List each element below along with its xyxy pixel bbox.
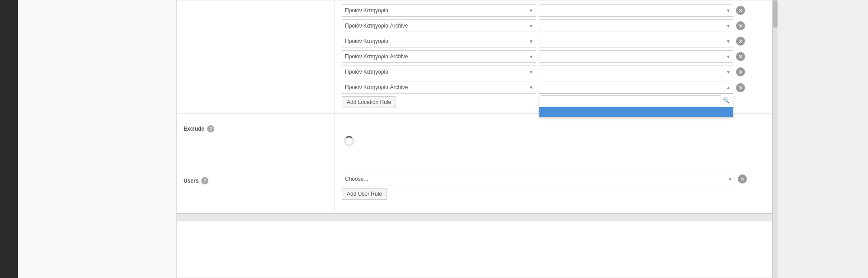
rule-right-select-2[interactable]	[539, 19, 733, 32]
exclude-content-area	[335, 114, 772, 168]
rule-left-select-4[interactable]: Προϊόν Κατηγορία Archive	[342, 50, 536, 63]
rule-right-select-wrapper-4: ▼	[539, 50, 733, 63]
add-location-rule-button[interactable]: Add Location Rule	[342, 96, 396, 108]
users-select-wrapper: Choose... ▼	[342, 173, 735, 185]
main-content: Προϊόν Κατηγορία ▼ ▼ ✕	[176, 0, 772, 278]
right-sidebar	[778, 0, 868, 278]
add-user-rule-button[interactable]: Add User Rule	[342, 188, 387, 200]
rule-left-select-6[interactable]: Προϊόν Κατηγορία Archive	[342, 81, 536, 94]
location-section: Προϊόν Κατηγορία ▼ ▼ ✕	[177, 0, 772, 114]
rule-right-select-4[interactable]	[539, 50, 733, 63]
rule-left-select-wrapper-4: Προϊόν Κατηγορία Archive ▼	[342, 50, 536, 63]
dropdown-search-row-6: 🔍	[539, 94, 733, 107]
scrollbar[interactable]	[772, 0, 778, 278]
rule-left-select-2[interactable]: Προϊόν Κατηγορία Archive	[342, 19, 536, 32]
location-rule-row-3: Προϊόν Κατηγορία ▼ ▼ ✕	[342, 35, 765, 47]
search-icon-6: 🔍	[721, 97, 731, 104]
dropdown-trigger-6[interactable]: ▲	[539, 81, 733, 94]
users-label: Users	[184, 178, 198, 184]
rule-right-select-5[interactable]	[539, 66, 733, 78]
exclude-label: Exclude	[184, 126, 204, 132]
rule-left-select-wrapper-3: Προϊόν Κατηγορία ▼	[342, 35, 536, 47]
rule-left-select-wrapper-1: Προϊόν Κατηγορία ▼	[342, 4, 536, 17]
remove-users-rule-btn[interactable]: ✕	[738, 174, 747, 184]
location-rule-row-1: Προϊόν Κατηγορία ▼ ▼ ✕	[342, 4, 765, 17]
rule-right-select-wrapper-1: ▼	[539, 4, 733, 17]
remove-rule-btn-6[interactable]: ✕	[736, 83, 745, 92]
remove-rule-btn-3[interactable]: ✕	[736, 37, 745, 46]
location-rule-row-4: Προϊόν Κατηγορία Archive ▼ ▼ ✕	[342, 50, 765, 63]
remove-rule-btn-2[interactable]: ✕	[736, 21, 745, 30]
rule-right-select-wrapper-2: ▼	[539, 19, 733, 32]
rule-right-select-wrapper-3: ▼	[539, 35, 733, 47]
dropdown-search-input-6[interactable]	[541, 95, 721, 105]
dropdown-panel-6: 🔍	[539, 94, 733, 118]
rule-right-select-1[interactable]	[539, 4, 733, 17]
users-rule-row: Choose... ▼ ✕	[342, 173, 765, 185]
rule-left-select-1[interactable]: Προϊόν Κατηγορία	[342, 4, 536, 17]
footer-bar	[177, 213, 772, 221]
users-content-area: Choose... ▼ ✕ Add User Rule	[335, 168, 772, 213]
location-rules-area: Προϊόν Κατηγορία ▼ ▼ ✕	[335, 0, 772, 113]
add-user-rule-area: Add User Rule	[342, 188, 765, 200]
location-rule-row-2: Προϊόν Κατηγορία Archive ▼ ▼ ✕	[342, 19, 765, 32]
scrollbar-thumb[interactable]	[773, 0, 778, 28]
exclude-section: Exclude ?	[177, 114, 772, 168]
chevron-up-icon-6: ▲	[726, 85, 731, 90]
remove-rule-btn-5[interactable]: ✕	[736, 67, 745, 76]
left-sidebar	[18, 0, 176, 278]
rule-right-select-3[interactable]	[539, 35, 733, 47]
exclude-label-area: Exclude ?	[177, 114, 335, 168]
location-rule-row-6: Προϊόν Κατηγορία Archive ▼ ▲ 🔍	[342, 81, 765, 94]
rule-left-select-wrapper-5: Προϊόν Κατηγορία ▼	[342, 66, 536, 78]
rule-right-dropdown-open-6: ▲ 🔍	[539, 81, 733, 94]
rule-left-select-5[interactable]: Προϊόν Κατηγορία	[342, 66, 536, 78]
location-label-area	[177, 0, 335, 113]
location-rule-row-5: Προϊόν Κατηγορία ▼ ▼ ✕	[342, 66, 765, 78]
dark-sidebar	[0, 0, 18, 278]
rule-left-select-wrapper-2: Προϊόν Κατηγορία Archive ▼	[342, 19, 536, 32]
users-select[interactable]: Choose...	[342, 173, 735, 185]
rule-right-select-wrapper-5: ▼	[539, 66, 733, 78]
remove-rule-btn-1[interactable]: ✕	[736, 6, 745, 15]
dropdown-selected-item-6[interactable]	[539, 107, 733, 117]
remove-rule-btn-4[interactable]: ✕	[736, 52, 745, 61]
loading-spinner	[344, 136, 354, 146]
rule-left-select-wrapper-6: Προϊόν Κατηγορία Archive ▼	[342, 81, 536, 94]
exclude-help-icon[interactable]: ?	[207, 125, 214, 132]
users-label-area: Users ?	[177, 168, 335, 213]
rule-left-select-3[interactable]: Προϊόν Κατηγορία	[342, 35, 536, 47]
users-section: Users ? Choose... ▼ ✕ Add Us	[177, 168, 772, 213]
users-help-icon[interactable]: ?	[201, 177, 208, 184]
